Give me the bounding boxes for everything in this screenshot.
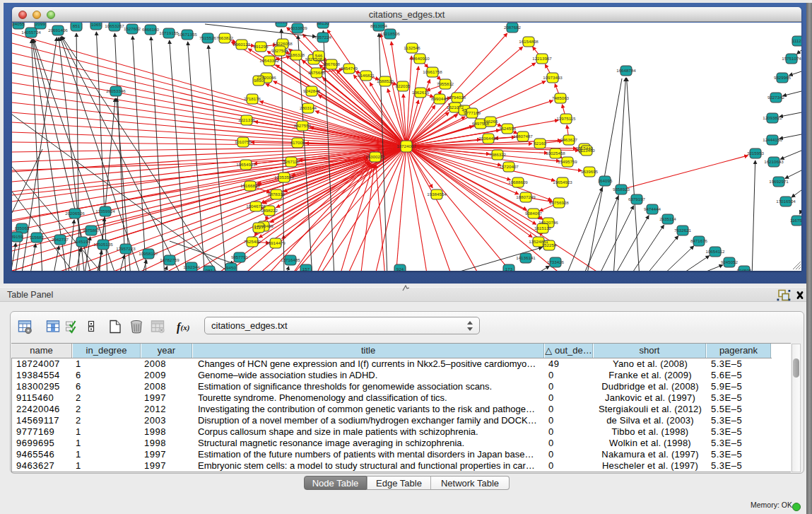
- svg-text:13226058: 13226058: [273, 41, 293, 46]
- svg-text:18807249: 18807249: [516, 194, 536, 199]
- svg-text:18640910: 18640910: [410, 56, 430, 61]
- svg-text:835061: 835061: [15, 226, 30, 230]
- svg-text:164095: 164095: [598, 178, 613, 183]
- svg-text:14055724: 14055724: [21, 30, 41, 35]
- svg-text:20364436: 20364436: [478, 136, 498, 141]
- svg-text:9450: 9450: [226, 265, 236, 270]
- svg-text:822035: 822035: [396, 83, 411, 88]
- svg-text:16914479: 16914479: [266, 240, 286, 245]
- svg-text:1132546: 1132546: [404, 45, 420, 50]
- svg-text:1527602: 1527602: [124, 26, 141, 31]
- svg-text:9358923: 9358923: [613, 187, 630, 192]
- svg-text:7625402: 7625402: [244, 239, 261, 244]
- svg-text:10756928: 10756928: [549, 200, 569, 205]
- svg-text:9890: 9890: [254, 78, 264, 83]
- svg-text:1615132: 1615132: [534, 226, 552, 230]
- svg-text:17016504: 17016504: [776, 199, 796, 204]
- svg-text:17957223: 17957223: [116, 246, 136, 251]
- svg-text:924: 924: [396, 267, 404, 271]
- svg-text:9245052: 9245052: [721, 259, 739, 264]
- svg-text:3267110: 3267110: [283, 159, 300, 164]
- svg-text:88130: 88130: [317, 23, 329, 25]
- svg-text:19166825: 19166825: [240, 183, 260, 188]
- svg-text:16033809: 16033809: [288, 25, 307, 30]
- svg-text:1221336: 1221336: [238, 117, 256, 122]
- svg-text:8427552: 8427552: [294, 123, 312, 128]
- svg-text:1498222: 1498222: [261, 208, 278, 213]
- svg-text:16120746: 16120746: [539, 220, 558, 225]
- svg-text:17359924: 17359924: [95, 209, 115, 214]
- svg-text:10688609: 10688609: [508, 180, 528, 185]
- svg-text:8471676: 8471676: [690, 238, 708, 243]
- svg-text:116753: 116753: [790, 218, 801, 223]
- svg-text:16210643: 16210643: [764, 159, 784, 164]
- svg-text:12975115: 12975115: [556, 116, 576, 121]
- svg-text:8454749: 8454749: [341, 66, 358, 71]
- svg-text:9327506: 9327506: [271, 48, 289, 53]
- svg-text:1192344: 1192344: [183, 264, 200, 269]
- svg-text:1065: 1065: [91, 23, 101, 27]
- svg-text:19654923: 19654923: [553, 180, 572, 185]
- svg-text:16154808: 16154808: [519, 39, 539, 44]
- svg-text:62160: 62160: [534, 141, 546, 146]
- svg-text:1010755: 1010755: [235, 139, 252, 144]
- svg-text:3215953: 3215953: [747, 151, 765, 156]
- svg-text:15720407: 15720407: [499, 164, 519, 169]
- svg-text:19692971: 19692971: [769, 179, 789, 184]
- svg-text:924505: 924505: [737, 268, 752, 271]
- svg-text:2087682: 2087682: [504, 25, 522, 30]
- svg-text:15495759: 15495759: [558, 159, 577, 164]
- svg-text:173: 173: [505, 267, 513, 271]
- svg-text:8186328: 8186328: [288, 52, 305, 57]
- svg-text:16648784: 16648784: [616, 68, 636, 73]
- svg-text:1362615: 1362615: [412, 90, 430, 95]
- svg-text:7663822: 7663822: [216, 35, 234, 40]
- svg-text:2099: 2099: [35, 23, 45, 26]
- svg-text:12353594: 12353594: [274, 175, 294, 180]
- svg-text:9463627: 9463627: [560, 137, 578, 142]
- svg-text:7357224: 7357224: [314, 35, 332, 40]
- svg-text:252254: 252254: [542, 243, 557, 247]
- svg-text:417004: 417004: [290, 140, 305, 145]
- svg-text:6379197: 6379197: [628, 197, 646, 201]
- svg-text:10973493: 10973493: [543, 75, 563, 80]
- svg-text:19654923: 19654923: [236, 162, 256, 167]
- svg-text:9474444: 9474444: [644, 206, 661, 211]
- svg-text:2803144: 2803144: [300, 105, 317, 110]
- svg-text:10654112: 10654112: [705, 249, 725, 254]
- svg-text:7515526: 7515526: [199, 35, 217, 40]
- svg-text:2867608: 2867608: [323, 62, 341, 66]
- svg-text:8813054: 8813054: [370, 23, 388, 28]
- svg-text:20691406: 20691406: [48, 28, 68, 33]
- svg-text:1145194: 1145194: [73, 239, 90, 244]
- svg-text:8960123: 8960123: [233, 42, 251, 47]
- svg-text:981: 981: [206, 268, 213, 271]
- svg-text:3624554: 3624554: [499, 126, 517, 131]
- svg-text:(x): (x): [181, 323, 190, 332]
- svg-text:39159: 39159: [12, 234, 23, 239]
- svg-text:16033: 16033: [275, 23, 288, 24]
- svg-text:20206526: 20206526: [65, 211, 85, 216]
- svg-text:746266: 746266: [483, 119, 498, 124]
- svg-text:15716485: 15716485: [281, 257, 300, 262]
- svg-text:2942737: 2942737: [52, 237, 69, 242]
- svg-text:18724007: 18724007: [396, 144, 416, 148]
- svg-text:9227342: 9227342: [767, 95, 785, 100]
- svg-text:6466160: 6466160: [142, 27, 160, 32]
- svg-text:9777169: 9777169: [464, 110, 481, 115]
- svg-text:10671355: 10671355: [177, 32, 197, 37]
- svg-text:10958107: 10958107: [139, 251, 158, 256]
- svg-text:1127: 1127: [254, 225, 264, 230]
- svg-text:25300215: 25300215: [365, 154, 385, 159]
- svg-text:19218506: 19218506: [380, 31, 400, 36]
- svg-text:3675685: 3675685: [308, 70, 326, 75]
- svg-text:14136141: 14136141: [516, 255, 536, 260]
- svg-text:11123: 11123: [792, 38, 801, 43]
- svg-text:7955812: 7955812: [437, 81, 454, 86]
- svg-text:12444156: 12444156: [763, 137, 782, 142]
- svg-text:115682: 115682: [30, 235, 45, 240]
- svg-text:12093822: 12093822: [763, 115, 782, 120]
- svg-text:1588520: 1588520: [377, 78, 394, 83]
- svg-text:2718176: 2718176: [244, 96, 261, 101]
- svg-text:7485063: 7485063: [552, 95, 570, 100]
